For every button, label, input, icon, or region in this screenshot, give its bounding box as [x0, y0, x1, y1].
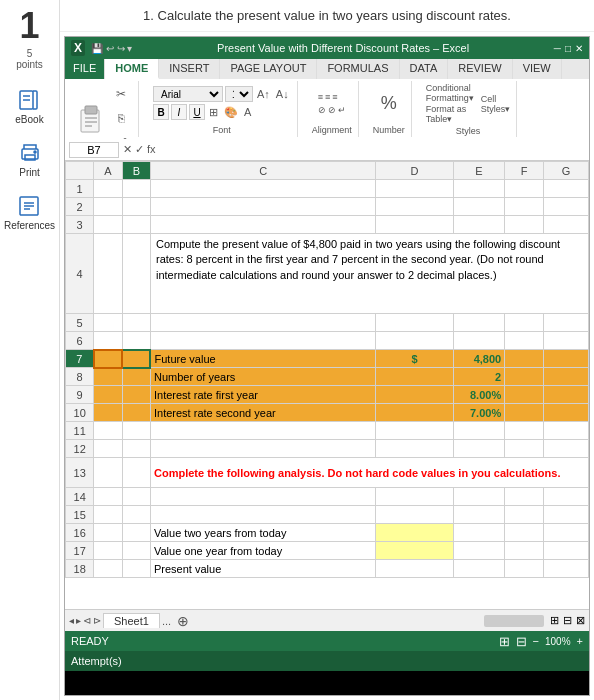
cell-b8[interactable] — [122, 368, 150, 386]
cell-c17[interactable]: Value one year from today — [150, 542, 375, 560]
grid-view-icon[interactable]: ⊞ — [499, 634, 510, 649]
cell-f11[interactable] — [505, 422, 544, 440]
cell-e11[interactable] — [453, 422, 505, 440]
cell-f14[interactable] — [505, 488, 544, 506]
cell-a10[interactable] — [94, 404, 122, 422]
cell-g16[interactable] — [543, 524, 588, 542]
cell-g2[interactable] — [543, 198, 588, 216]
align-right-button[interactable]: ≡ — [332, 92, 337, 102]
cell-g11[interactable] — [543, 422, 588, 440]
cell-e10[interactable]: 7.00% — [453, 404, 505, 422]
cell-e2[interactable] — [453, 198, 505, 216]
scroll-right-button[interactable]: ▸ — [76, 615, 81, 626]
cell-b3[interactable] — [122, 216, 150, 234]
underline-button[interactable]: U — [189, 104, 205, 120]
cell-a9[interactable] — [94, 386, 122, 404]
cell-c10[interactable]: Interest rate second year — [150, 404, 375, 422]
tab-insert[interactable]: INSERT — [159, 59, 220, 79]
cancel-formula-button[interactable]: ✕ — [123, 143, 132, 156]
tab-page-layout[interactable]: PAGE LAYOUT — [220, 59, 317, 79]
cell-g7[interactable] — [543, 350, 588, 368]
cell-e1[interactable] — [453, 180, 505, 198]
cell-a1[interactable] — [94, 180, 122, 198]
cell-b1[interactable] — [122, 180, 150, 198]
attempt-input[interactable] — [71, 675, 271, 691]
cell-c7[interactable]: Future value — [150, 350, 375, 368]
formula-input[interactable] — [160, 144, 585, 156]
zoom-in-button[interactable]: + — [577, 635, 583, 647]
cell-a8[interactable] — [94, 368, 122, 386]
sheet-more-tabs[interactable]: ... — [162, 615, 171, 627]
cell-a5[interactable] — [94, 314, 122, 332]
cell-e17[interactable] — [453, 542, 505, 560]
cell-d10[interactable] — [376, 404, 453, 422]
cell-f17[interactable] — [505, 542, 544, 560]
cell-e3[interactable] — [453, 216, 505, 234]
page-view-icon[interactable]: ⊟ — [516, 634, 527, 649]
cell-g15[interactable] — [543, 506, 588, 524]
cell-g6[interactable] — [543, 332, 588, 350]
indent-decrease-button[interactable]: ⊘ — [318, 105, 326, 115]
cell-d7[interactable]: $ — [376, 350, 453, 368]
cell-a18[interactable] — [94, 560, 122, 578]
cell-c3[interactable] — [150, 216, 375, 234]
cut-button[interactable]: ✂ — [110, 83, 132, 105]
conditional-formatting-button[interactable]: ConditionalFormatting▾ — [426, 83, 474, 103]
cell-c5[interactable] — [150, 314, 375, 332]
cell-f1[interactable] — [505, 180, 544, 198]
cell-c18[interactable]: Present value — [150, 560, 375, 578]
cell-d6[interactable] — [376, 332, 453, 350]
cell-c15[interactable] — [150, 506, 375, 524]
align-left-button[interactable]: ≡ — [318, 92, 323, 102]
cell-a16[interactable] — [94, 524, 122, 542]
cell-e6[interactable] — [453, 332, 505, 350]
italic-button[interactable]: I — [171, 104, 187, 120]
cell-e9[interactable]: 8.00% — [453, 386, 505, 404]
format-as-table-button[interactable]: Format asTable▾ — [426, 104, 474, 124]
cell-d8[interactable] — [376, 368, 453, 386]
tab-home[interactable]: HOME — [105, 59, 159, 79]
cell-f12[interactable] — [505, 440, 544, 458]
cell-c6[interactable] — [150, 332, 375, 350]
add-sheet-button[interactable]: ⊕ — [173, 613, 193, 629]
cell-d11[interactable] — [376, 422, 453, 440]
cell-g12[interactable] — [543, 440, 588, 458]
cell-a7[interactable] — [94, 350, 122, 368]
cell-a3[interactable] — [94, 216, 122, 234]
scroll-first-button[interactable]: ⊲ — [83, 615, 91, 626]
cell-b4[interactable] — [122, 234, 150, 314]
cell-b17[interactable] — [122, 542, 150, 560]
decrease-font-button[interactable]: A↓ — [274, 88, 291, 100]
font-size-select[interactable]: 12 — [225, 86, 253, 102]
cell-g18[interactable] — [543, 560, 588, 578]
cell-d16[interactable] — [376, 524, 453, 542]
cell-f8[interactable] — [505, 368, 544, 386]
copy-button[interactable]: ⎘ — [110, 107, 132, 129]
cell-c16[interactable]: Value two years from today — [150, 524, 375, 542]
fill-color-button[interactable]: 🎨 — [222, 106, 240, 119]
cell-b16[interactable] — [122, 524, 150, 542]
indent-increase-button[interactable]: ⊘ — [328, 105, 336, 115]
cell-b12[interactable] — [122, 440, 150, 458]
confirm-formula-button[interactable]: ✓ — [135, 143, 144, 156]
font-family-select[interactable]: Arial — [153, 86, 223, 102]
cell-c4-merged[interactable]: Compute the present value of $4,800 paid… — [150, 234, 588, 314]
cell-e8[interactable]: 2 — [453, 368, 505, 386]
cell-b7[interactable] — [122, 350, 150, 368]
scroll-last-button[interactable]: ⊳ — [93, 615, 101, 626]
col-header-f[interactable]: F — [505, 162, 544, 180]
cell-f6[interactable] — [505, 332, 544, 350]
cell-b11[interactable] — [122, 422, 150, 440]
cell-d1[interactable] — [376, 180, 453, 198]
cell-c14[interactable] — [150, 488, 375, 506]
cell-f5[interactable] — [505, 314, 544, 332]
cell-a12[interactable] — [94, 440, 122, 458]
cell-d12[interactable] — [376, 440, 453, 458]
col-header-g[interactable]: G — [543, 162, 588, 180]
cell-g10[interactable] — [543, 404, 588, 422]
align-center-button[interactable]: ≡ — [325, 92, 330, 102]
cell-d9[interactable] — [376, 386, 453, 404]
horizontal-scrollbar[interactable] — [484, 615, 544, 627]
cell-a4[interactable] — [94, 234, 122, 314]
cell-b18[interactable] — [122, 560, 150, 578]
